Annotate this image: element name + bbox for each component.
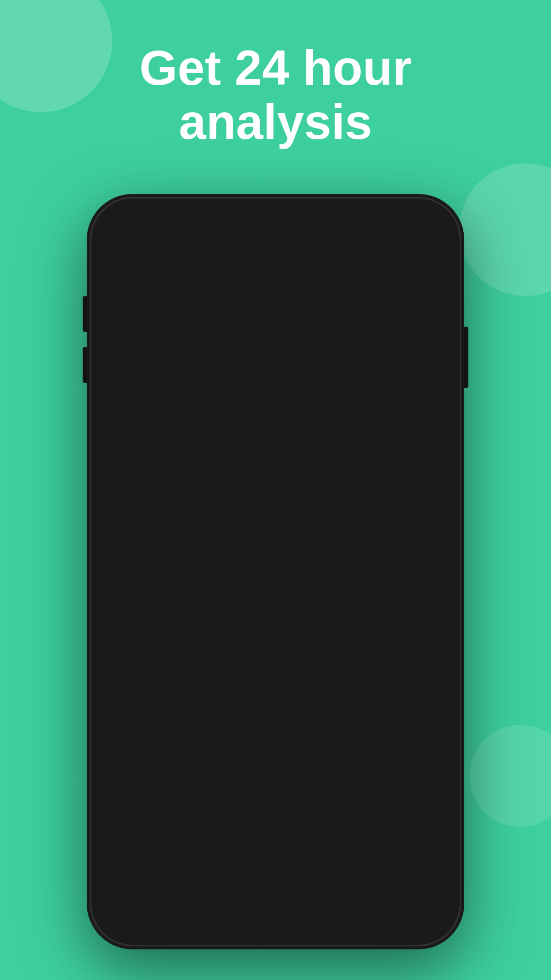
login-icon	[136, 721, 151, 736]
filter-row: ▼ 24 Hour ▾	[110, 347, 441, 384]
filter-label: 24 Hour	[352, 356, 413, 375]
cell-offline-4: 18:27:54	[327, 604, 431, 620]
cell-time-2: 19 seconds	[224, 526, 328, 542]
bg-blob-right	[459, 163, 551, 296]
table-row[interactable]: 16:59:06 1 minute 17:00:29	[110, 787, 441, 825]
table-row[interactable]: 18:21:15 1 minute 18:22:41	[110, 631, 441, 670]
table-row[interactable]: 18:41:50 49 seconds 18:42:39	[110, 437, 441, 476]
logout-icon	[343, 798, 358, 814]
cell-online-0: 18:41:50	[120, 449, 224, 464]
cell-offline-10: 16:58:37	[327, 837, 431, 852]
front-camera	[296, 210, 304, 218]
login-icon	[136, 488, 151, 503]
chevron-down-icon: ▾	[420, 359, 425, 372]
cell-offline-1: 18:30:29	[327, 487, 431, 503]
speaker	[247, 212, 288, 217]
logout-icon	[343, 721, 358, 736]
cell-online-7: 17:27:16	[120, 720, 224, 736]
volume-up-button	[83, 296, 87, 332]
cell-online-8: 17:11:01	[120, 759, 224, 775]
table-row[interactable]: 16:58:12 25 seconds 16:58:37	[110, 825, 441, 864]
chart-icon	[116, 252, 137, 278]
cell-offline-8: 17:12:46	[327, 759, 431, 775]
login-icon	[136, 837, 151, 852]
cell-online-1: 18:30:10	[120, 487, 224, 503]
logout-icon	[343, 449, 358, 464]
cell-online-9: 16:59:06	[120, 798, 224, 814]
logout-icon	[343, 488, 358, 503]
cell-time-3: 45 seconds	[224, 565, 328, 581]
table-row[interactable]: 17:27:16 1 minute 17:28:31	[110, 709, 441, 748]
login-icon	[136, 604, 151, 620]
cell-offline-6: 17:31:37	[327, 681, 431, 697]
power-button	[464, 327, 468, 388]
table-row[interactable]: 18:30:10 19 seconds 18:30:29	[110, 476, 441, 515]
login-icon	[136, 527, 151, 542]
table-header: online time offline	[110, 396, 441, 437]
phone-screen: Details ▼ 24 Hour ▾	[94, 201, 457, 942]
login-icon	[136, 760, 151, 775]
logout-icon	[343, 566, 358, 581]
login-icon	[136, 798, 151, 814]
cell-time-4: 33 seconds	[224, 604, 328, 620]
table-row[interactable]: 18:29:50 19 seconds 18:30:09	[110, 515, 441, 554]
cell-online-2: 18:29:50	[120, 526, 224, 542]
cell-time-0: 49 seconds	[224, 449, 328, 464]
hero-title: Get 24 hour analysis	[0, 41, 551, 149]
cell-offline-2: 18:30:09	[327, 526, 431, 542]
table-row[interactable]: 18:28:00 45 seconds 18:28:45	[110, 554, 441, 593]
cell-offline-5: 18:22:41	[327, 643, 431, 658]
logout-icon	[343, 604, 358, 620]
cell-offline-7: 17:28:31	[327, 720, 431, 736]
col-header-offline: offline	[327, 408, 431, 425]
cell-offline-9: 17:00:29	[327, 798, 431, 814]
login-icon	[136, 643, 151, 658]
cell-time-7: 1 minute	[224, 720, 328, 736]
phone-mockup: Details ▼ 24 Hour ▾	[87, 194, 464, 949]
logout-icon	[343, 837, 358, 852]
login-icon	[136, 449, 151, 464]
main-content: ▼ 24 Hour ▾ online time offline	[94, 341, 457, 942]
login-icon	[136, 682, 151, 697]
screen-title: Details	[146, 250, 233, 280]
logout-icon	[343, 643, 358, 658]
volume-down-button	[83, 347, 87, 383]
cell-offline-0: 18:42:39	[327, 449, 431, 464]
bg-blob-bottom-right	[469, 725, 551, 827]
logout-icon	[343, 682, 358, 697]
logout-icon	[343, 527, 358, 542]
cell-online-10: 16:58:12	[120, 837, 224, 852]
filter-icon: ▼	[331, 357, 345, 374]
cell-online-4: 18:27:21	[120, 604, 224, 620]
cell-time-9: 1 minute	[224, 798, 328, 814]
filter-dropdown[interactable]: ▼ 24 Hour ▾	[315, 347, 441, 384]
login-icon	[136, 566, 151, 581]
logout-icon	[343, 760, 358, 775]
cell-time-8: 1 minute	[224, 759, 328, 775]
table-body: 18:41:50 49 seconds 18:42:39 18	[110, 437, 441, 864]
data-table: online time offline 18:41:50 49 seconds	[110, 396, 441, 864]
cell-offline-3: 18:28:45	[327, 565, 431, 581]
cell-time-10: 25 seconds	[224, 837, 328, 852]
table-row[interactable]: 17:31:27 10 seconds 17:31:37	[110, 670, 441, 709]
col-header-time: time	[224, 408, 328, 425]
table-row[interactable]: 18:27:21 33 seconds 18:27:54	[110, 593, 441, 631]
cell-time-6: 10 seconds	[224, 681, 328, 697]
cell-online-6: 17:31:27	[120, 681, 224, 697]
cell-online-3: 18:28:00	[120, 565, 224, 581]
cell-time-1: 19 seconds	[224, 487, 328, 503]
cell-time-5: 1 minute	[224, 643, 328, 658]
table-row[interactable]: 17:11:01 1 minute 17:12:46	[110, 748, 441, 787]
wave-divider	[94, 296, 457, 341]
col-header-online: online	[120, 408, 224, 425]
cell-online-5: 18:21:15	[120, 643, 224, 658]
